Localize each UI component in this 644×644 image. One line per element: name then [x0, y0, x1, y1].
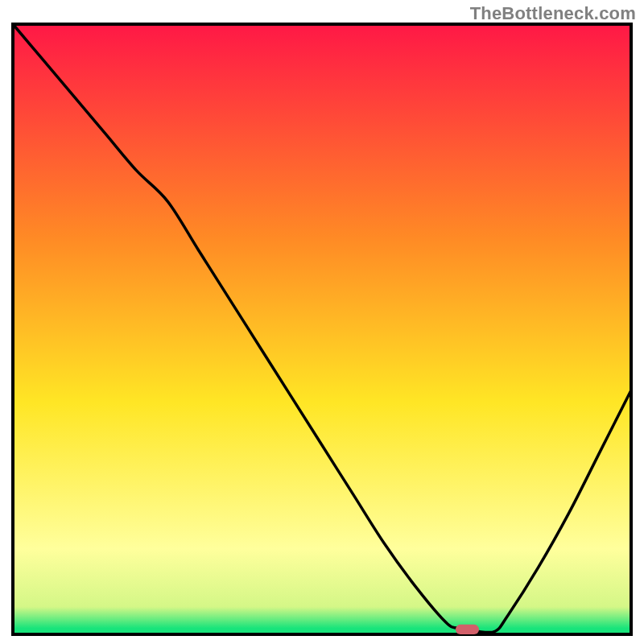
plot-background — [13, 24, 631, 634]
optimal-marker — [456, 625, 479, 634]
bottleneck-chart — [0, 0, 644, 644]
chart-frame: TheBottleneck.com — [0, 0, 644, 644]
watermark-text: TheBottleneck.com — [470, 3, 636, 24]
